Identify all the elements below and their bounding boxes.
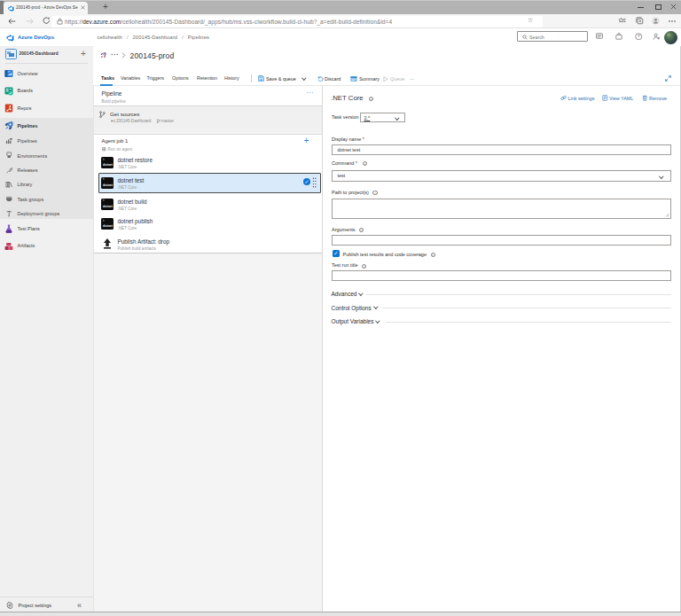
svg-text:?: ? <box>638 34 640 38</box>
